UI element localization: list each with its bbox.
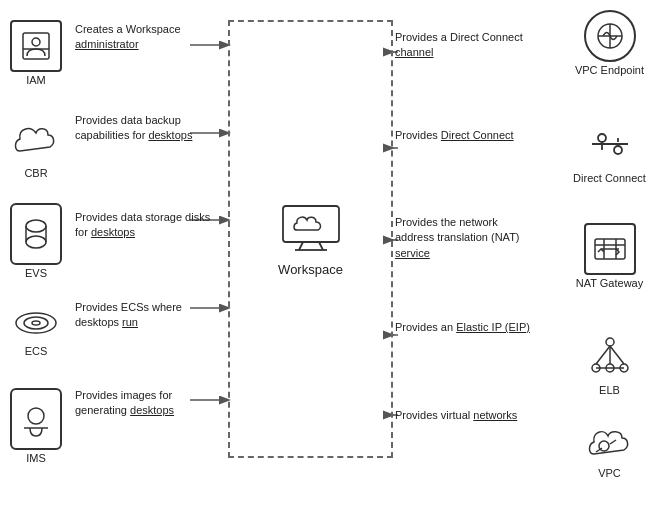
svg-point-11 — [32, 38, 40, 46]
vpc-endpoint-service: VPC Endpoint — [572, 10, 647, 76]
vpc-label: VPC — [572, 467, 647, 479]
cbr-icon — [10, 113, 62, 165]
svg-point-39 — [606, 338, 614, 346]
nat-gateway-label: NAT Gateway — [572, 277, 647, 289]
vpc-endpoint-label: VPC Endpoint — [572, 64, 647, 76]
evs-icon — [10, 203, 62, 265]
iam-service: IAM — [10, 20, 62, 86]
ims-description: Provides images for generating desktops — [75, 388, 223, 419]
elb-label: ELB — [572, 384, 647, 396]
ecs-service: ECS — [10, 303, 62, 357]
svg-rect-22 — [283, 206, 339, 242]
svg-line-45 — [610, 346, 624, 364]
cbr-service: CBR — [10, 113, 62, 179]
svg-line-43 — [596, 346, 610, 364]
workspace-label: Workspace — [278, 262, 343, 277]
direct-connect-label: Direct Connect — [572, 172, 647, 184]
workspace-box: Workspace — [228, 20, 393, 458]
cbr-label: CBR — [10, 167, 62, 179]
nat-gateway-icon — [584, 223, 636, 275]
direct-connect-service: Direct Connect — [572, 118, 647, 184]
architecture-diagram: IAM CBR EVS — [0, 0, 652, 505]
vpc-endpoint-description: Provides a Direct Connect channel — [395, 30, 530, 61]
workspace-icon — [279, 202, 343, 252]
svg-point-30 — [598, 134, 606, 142]
svg-point-19 — [32, 321, 40, 325]
eip-description: Provides an Elastic IP (EIP) — [395, 320, 530, 335]
svg-point-20 — [28, 408, 44, 424]
vpc-endpoint-icon — [584, 10, 636, 62]
ims-icon — [10, 388, 62, 450]
direct-connect-icon — [584, 118, 636, 170]
svg-point-31 — [614, 146, 622, 154]
vpc-icon — [584, 421, 636, 465]
elb-icon — [584, 330, 636, 382]
nat-description: Provides the network address translation… — [395, 215, 530, 261]
ims-service: IMS — [10, 388, 62, 464]
ecs-icon — [10, 303, 62, 343]
iam-icon — [10, 20, 62, 72]
evs-label: EVS — [10, 267, 62, 279]
direct-connect-description: Provides Direct Connect — [395, 128, 514, 143]
svg-line-23 — [299, 242, 303, 250]
svg-point-18 — [24, 317, 48, 329]
evs-description: Provides data storage disks for desktops — [75, 210, 223, 241]
svg-line-50 — [610, 440, 616, 444]
iam-description: Creates a Workspace administrator — [75, 22, 223, 53]
vpc-service: VPC — [572, 421, 647, 479]
ecs-label: ECS — [10, 345, 62, 357]
svg-point-13 — [26, 220, 46, 232]
vpc-description: Provides virtual networks — [395, 408, 517, 423]
svg-line-24 — [319, 242, 323, 250]
svg-point-16 — [26, 236, 46, 248]
nat-gateway-service: NAT Gateway — [572, 223, 647, 289]
cbr-description: Provides data backup capabilities for de… — [75, 113, 223, 144]
evs-service: EVS — [10, 203, 62, 279]
ecs-description: Provides ECSs where desktops run — [75, 300, 223, 331]
elb-service: ELB — [572, 330, 647, 396]
svg-point-17 — [16, 313, 56, 333]
ims-label: IMS — [10, 452, 62, 464]
iam-label: IAM — [10, 74, 62, 86]
